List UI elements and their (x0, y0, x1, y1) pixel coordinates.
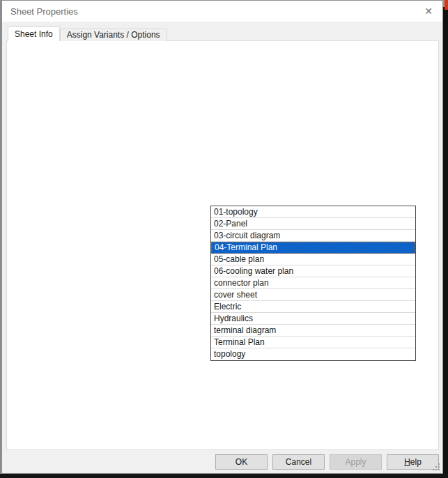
title-bar[interactable]: Sheet Properties ✕ (2, 1, 442, 22)
resize-grip[interactable] (438, 469, 440, 470)
document-type-dropdown-list: 01-topology02-Panel03-circuit diagram04-… (210, 206, 416, 361)
dialog-title: Sheet Properties (10, 6, 78, 17)
dropdown-item[interactable]: Terminal Plan (211, 337, 415, 348)
dropdown-item[interactable]: 03-circuit diagram (211, 230, 415, 242)
close-icon[interactable]: ✕ (422, 5, 435, 17)
background-corner-fragment (445, 0, 448, 10)
dropdown-item[interactable]: Electric (211, 301, 415, 313)
dropdown-item[interactable]: topology (211, 348, 415, 360)
ok-button[interactable]: OK (215, 454, 268, 470)
cancel-button[interactable]: Cancel (272, 454, 325, 470)
dropdown-item[interactable]: cover sheet (211, 289, 415, 301)
dropdown-item[interactable]: Hydraulics (211, 313, 415, 325)
background-bottom-edge (0, 474, 448, 478)
apply-button: Apply (330, 454, 382, 470)
tab-strip: Sheet Info Assign Variants / Options (8, 26, 167, 41)
dropdown-item[interactable]: 05-cable plan (211, 254, 415, 265)
dropdown-item[interactable]: 06-cooling water plan (211, 265, 415, 277)
tab-assign-variants-options[interactable]: Assign Variants / Options (60, 29, 167, 41)
dropdown-item[interactable]: terminal diagram (211, 325, 415, 337)
dropdown-item[interactable]: 01-topology (211, 206, 415, 218)
help-button[interactable]: Help (387, 454, 439, 470)
tab-sheet-info[interactable]: Sheet Info (8, 26, 60, 41)
dropdown-item[interactable]: connector plan (211, 277, 415, 289)
background-right-edge (443, 7, 448, 478)
sheet-properties-dialog: Sheet Properties ✕ Sheet Info Assign Var… (1, 0, 443, 474)
dropdown-item[interactable]: 04-Terminal Plan (211, 242, 415, 254)
screen: Sheet Properties ✕ Sheet Info Assign Var… (0, 0, 448, 478)
dropdown-item[interactable]: 02-Panel (211, 218, 415, 230)
